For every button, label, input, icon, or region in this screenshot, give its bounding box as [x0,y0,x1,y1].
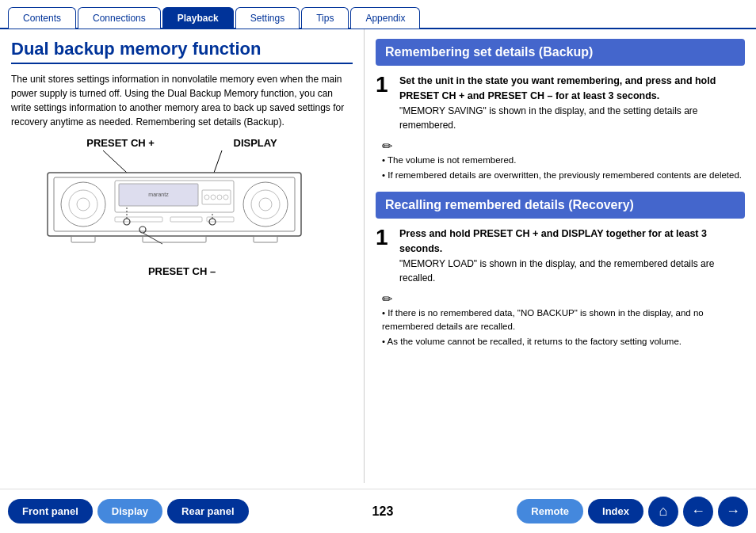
page-number: 123 [372,504,394,519]
back-button[interactable]: ← [683,497,713,527]
svg-point-16 [217,195,222,200]
footer-right: Remote Index ⌂ ← → [517,497,748,527]
intro-text: The unit stores settings information in … [11,72,353,129]
svg-rect-23 [143,236,206,242]
backup-step-number: 1 [376,74,391,96]
tab-tips[interactable]: Tips [301,7,349,29]
svg-rect-19 [170,217,202,222]
tab-connections[interactable]: Connections [78,7,161,29]
recovery-note-1: If there is no remembered data, "NO BACK… [382,306,745,334]
recovery-step-content: Press and hold PRESET CH + and DISPLAY t… [399,227,745,285]
recovery-step-row: 1 Press and hold PRESET CH + and DISPLAY… [376,227,745,285]
main-content: Dual backup memory function The unit sto… [0,29,756,483]
forward-button[interactable]: → [718,497,748,527]
svg-rect-13 [202,190,231,204]
backup-notes: The volume is not remembered. If remembe… [382,154,745,183]
tab-contents[interactable]: Contents [8,7,76,29]
recovery-notes: If there is no remembered data, "NO BACK… [382,306,745,349]
backup-step-content: Set the unit in the state you want remem… [399,74,745,132]
remote-button[interactable]: Remote [517,499,583,523]
label-display: DISPLAY [234,137,277,149]
svg-point-14 [204,195,209,200]
left-panel: Dual backup memory function The unit sto… [0,29,365,483]
recovery-section-header: Recalling remembered details (Recovery) [376,192,745,219]
svg-line-1 [214,150,222,173]
tab-playback[interactable]: Playback [162,7,234,29]
recovery-step-number: 1 [376,227,391,249]
backup-step-row: 1 Set the unit in the state you want rem… [376,74,745,132]
svg-point-17 [223,195,228,200]
tab-appendix[interactable]: Appendix [350,7,420,29]
svg-point-28 [139,227,146,233]
svg-line-0 [103,150,127,173]
index-button[interactable]: Index [588,499,643,523]
nav-tabs: Contents Connections Playback Settings T… [0,0,756,29]
label-preset-ch-minus: PRESET CH – [148,265,216,277]
recovery-note-2: As the volume cannot be recalled, it ret… [382,335,745,348]
display-button[interactable]: Display [97,499,162,523]
svg-rect-22 [254,236,277,242]
svg-point-4 [61,182,105,227]
right-panel: Remembering set details (Backup) 1 Set t… [365,29,756,483]
pencil-icon-backup: ✏ [382,139,745,154]
page-title: Dual backup memory function [11,39,353,64]
diagram-area: PRESET CH + DISPLAY [11,137,353,277]
backup-note-2: If remembered details are overwritten, t… [382,169,745,182]
svg-point-7 [243,182,288,227]
rear-panel-button[interactable]: Rear panel [167,499,248,523]
label-preset-ch-plus: PRESET CH + [86,137,155,149]
front-panel-button[interactable]: Front panel [8,499,93,523]
svg-point-9 [259,198,272,211]
tab-settings[interactable]: Settings [235,7,300,29]
svg-point-15 [211,195,216,200]
svg-point-5 [69,190,97,219]
pencil-icon-recovery: ✏ [382,291,745,306]
svg-point-6 [77,198,90,211]
footer: Front panel Display Rear panel 123 Remot… [0,489,756,533]
footer-left: Front panel Display Rear panel [8,499,249,523]
device-diagram: marantz [32,150,317,261]
recovery-note-block: ✏ If there is no remembered data, "NO BA… [376,291,745,349]
svg-rect-18 [115,217,162,222]
svg-rect-21 [71,236,95,242]
home-button[interactable]: ⌂ [648,497,678,527]
backup-section-header: Remembering set details (Backup) [376,39,745,66]
svg-text:marantz: marantz [148,192,169,197]
backup-note-block: ✏ The volume is not remembered. If remem… [376,139,745,183]
svg-point-8 [251,190,280,219]
backup-note-1: The volume is not remembered. [382,154,745,167]
